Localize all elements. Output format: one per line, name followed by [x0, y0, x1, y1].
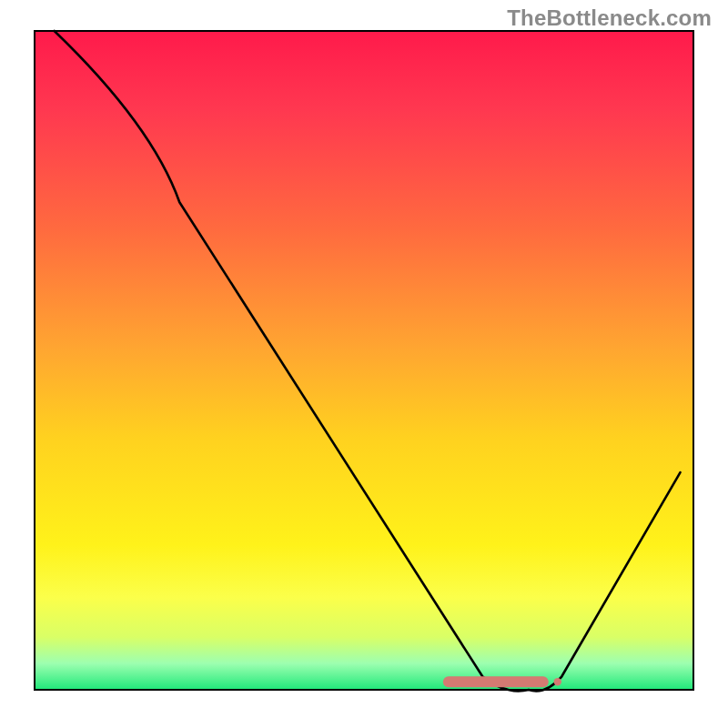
optimal-marker — [443, 676, 549, 687]
bottleneck-chart — [0, 0, 728, 728]
optimal-marker-dot — [554, 678, 561, 685]
plot-background — [35, 31, 693, 690]
attribution-text: TheBottleneck.com — [507, 5, 712, 31]
chart-frame: TheBottleneck.com — [0, 0, 728, 728]
